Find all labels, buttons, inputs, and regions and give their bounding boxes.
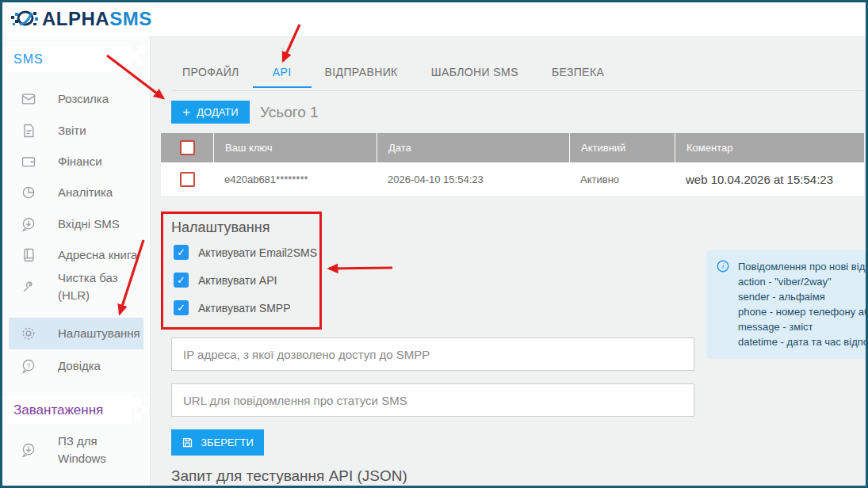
main-content: ПРОФАЙЛ API ВІДПРАВНИК ШАБЛОНИ SMS БЕЗПЕ… — [151, 36, 863, 483]
inbox-bubble-icon — [20, 215, 37, 233]
tab-vidpravnyk[interactable]: ВІДПРАВНИК — [324, 66, 397, 88]
status-url-input[interactable] — [171, 383, 694, 417]
sidebar-item-label: Адресна книга — [58, 246, 140, 264]
sidebar-item-label: Налаштування — [58, 325, 140, 342]
key-date-value: 2026-04-10 15:54:23 — [377, 162, 569, 196]
alphasms-app-window: ALPHASMS SMS Розсилка Звіти Фінанси — [0, 0, 868, 488]
sidebar-item-label: Розсилка — [58, 90, 140, 108]
checkbox-label: Активувати Email2SMS — [198, 246, 317, 259]
alphasms-logo-icon — [10, 8, 39, 30]
add-button-label: ДОДАТИ — [197, 106, 238, 118]
sidebar-item-label: Звіти — [58, 122, 140, 139]
sidebar-item-label: Довідка — [58, 357, 140, 375]
sidebar-item-pz-dlia-windows[interactable]: ПЗ для Windows — [9, 432, 143, 468]
plus-icon: + — [182, 105, 190, 119]
column-header-key: Ваш ключ — [213, 133, 377, 162]
sidebar-item-analityka[interactable]: Аналітика — [9, 181, 143, 204]
info-line: sender - альфаімя — [738, 289, 868, 304]
tab-shablony-sms[interactable]: ШАБЛОНИ SMS — [431, 66, 518, 88]
tab-bezpeka[interactable]: БЕЗПЕКА — [552, 66, 604, 88]
row-checkbox-cell — [161, 162, 213, 196]
checkbox-label: Активувати API — [198, 274, 277, 287]
logo-text-alpha: ALPHA — [42, 8, 109, 29]
info-line: Повідомлення про нові відпов — [738, 259, 868, 274]
api-test-heading: Запит для тестування API (JSON) — [171, 467, 407, 485]
sidebar-item-dovidka[interactable]: ? Довідка — [9, 355, 143, 377]
envelope-icon — [20, 90, 37, 108]
sidebar-item-vhidni-sms[interactable]: Вхідні SMS — [9, 213, 143, 235]
checkbox-label: Активувати SMPP — [198, 302, 291, 315]
sidebar-item-label: Вхідні SMS — [58, 215, 140, 233]
sidebar-item-nalashtuvannia[interactable]: Налаштування — [9, 318, 143, 349]
info-line: datetime - дата та час відповід — [738, 334, 868, 349]
info-icon: i — [716, 259, 730, 349]
total-count-label: Усього 1 — [260, 104, 319, 121]
api-keys-table: Ваш ключ Дата Активний Коментар e420ab68… — [161, 133, 864, 196]
logo-text-sms: SMS — [109, 8, 152, 29]
svg-text:?: ? — [27, 362, 31, 370]
sidebar-item-rozsylka[interactable]: Розсилка — [9, 88, 143, 110]
api-key-value: e420ab681******** — [213, 162, 377, 196]
question-icon: ? — [20, 357, 37, 375]
tab-api[interactable]: API — [273, 66, 292, 88]
row-checkbox[interactable] — [180, 172, 195, 187]
sidebar-item-label: Фінанси — [58, 153, 140, 170]
address-book-icon — [20, 246, 37, 264]
info-line: message - зміст — [738, 319, 868, 334]
save-button[interactable]: ЗБЕРЕГТИ — [171, 429, 264, 456]
tab-bar: ПРОФАЙЛ API ВІДПРАВНИК ШАБЛОНИ SMS БЕЗПЕ… — [182, 66, 604, 88]
alphasms-logo[interactable]: ALPHASMS — [10, 8, 152, 30]
table-header-row: Ваш ключ Дата Активний Коментар — [161, 133, 864, 162]
sidebar-item-adresna-knyha[interactable]: Адресна книга — [9, 244, 143, 266]
checked-checkbox-icon[interactable]: ✓ — [174, 245, 189, 260]
document-icon — [20, 122, 37, 139]
sidebar-section-sms[interactable]: SMS — [2, 46, 120, 72]
checkbox-api[interactable]: ✓ Активувати API — [174, 273, 277, 288]
save-floppy-icon — [182, 437, 193, 448]
column-header-active: Активний — [569, 133, 675, 162]
wallet-icon — [20, 153, 37, 170]
tab-profail[interactable]: ПРОФАЙЛ — [182, 66, 239, 88]
save-button-label: ЗБЕРЕГТИ — [201, 437, 254, 448]
checkbox-email2sms[interactable]: ✓ Активувати Email2SMS — [174, 245, 317, 260]
sidebar-item-label: Чистка баз (HLR) — [58, 269, 140, 304]
info-line: phone - номер телефону абон — [738, 304, 868, 319]
smpp-ip-input[interactable] — [171, 337, 694, 371]
downloads-section-title: Завантаження — [13, 402, 103, 418]
top-header-bar: ALPHASMS — [2, 2, 866, 36]
column-header-comment: Коментар — [675, 133, 864, 162]
gear-icon — [20, 325, 37, 342]
key-comment-value: web 10.04.2026 at 15:54:23 — [675, 162, 864, 196]
key-active-status: Активно — [569, 162, 675, 196]
add-button[interactable]: + ДОДАТИ — [171, 101, 250, 124]
select-all-checkbox[interactable] — [180, 140, 195, 155]
sidebar-section-downloads: Завантаження — [2, 396, 132, 424]
info-box: i Повідомлення про нові відпов action - … — [706, 250, 868, 359]
checkbox-smpp[interactable]: ✓ Активувати SMPP — [174, 300, 291, 315]
settings-section-title: Налаштування — [171, 219, 270, 236]
sidebar-item-zvity[interactable]: Звіти — [9, 120, 143, 142]
wrench-icon — [20, 278, 37, 295]
checked-checkbox-icon[interactable]: ✓ — [174, 300, 189, 315]
svg-text:i: i — [722, 262, 725, 270]
column-header-date: Дата — [377, 133, 569, 162]
table-header-checkbox-cell — [161, 133, 213, 162]
sidebar-item-chystka-baz-hlr[interactable]: Чистка баз (HLR) — [9, 269, 143, 305]
sidebar-item-finansy[interactable]: Фінанси — [9, 151, 143, 173]
download-icon — [20, 441, 37, 459]
info-line: action - "viber/2way" — [738, 274, 868, 289]
info-box-text: Повідомлення про нові відпов action - "v… — [738, 259, 868, 349]
sidebar-section-title: SMS — [13, 52, 44, 67]
tabs-divider — [171, 90, 863, 91]
sidebar-item-label: Аналітика — [58, 184, 140, 201]
table-row: e420ab681******** 2026-04-10 15:54:23 Ак… — [161, 162, 864, 196]
sidebar-item-label: ПЗ для Windows — [58, 433, 140, 467]
checked-checkbox-icon[interactable]: ✓ — [174, 273, 189, 288]
pie-chart-icon — [20, 184, 37, 201]
sidebar: SMS Розсилка Звіти Фінанси Аналітика — [2, 36, 151, 488]
